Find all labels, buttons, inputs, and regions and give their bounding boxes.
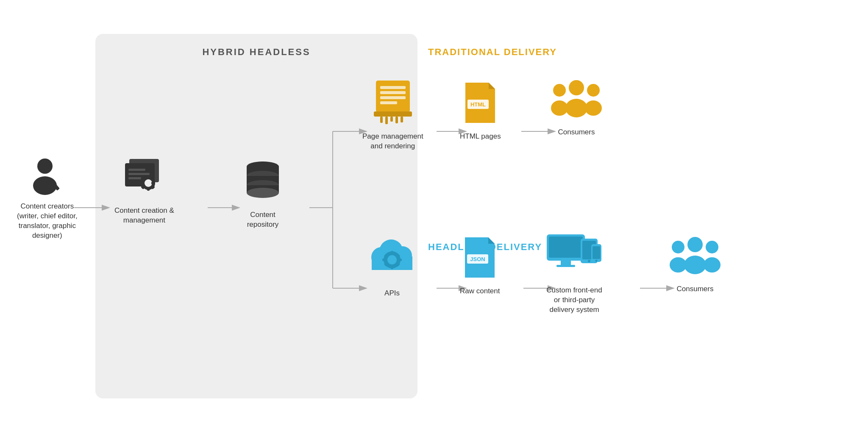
- svg-rect-82: [561, 261, 571, 265]
- apis-node: APIs: [367, 235, 417, 298]
- raw-content-node: JSON Raw content: [460, 237, 500, 296]
- svg-point-89: [595, 260, 598, 262]
- svg-point-58: [569, 80, 584, 95]
- svg-point-38: [247, 188, 279, 198]
- svg-rect-47: [390, 117, 393, 122]
- svg-point-86: [588, 260, 590, 262]
- content-creation-label: Content creation &management: [114, 206, 174, 225]
- svg-point-94: [687, 237, 703, 252]
- consumers-bottom-label: Consumers: [677, 284, 714, 294]
- traditional-delivery-label: TRADITIONAL DELIVERY: [428, 47, 557, 58]
- svg-rect-40: [380, 86, 406, 89]
- svg-rect-27: [151, 182, 155, 184]
- svg-rect-43: [380, 101, 397, 104]
- consumers-top-node: Consumers: [549, 78, 604, 137]
- custom-frontend-node: Custom front-endor third-partydelivery s…: [545, 232, 604, 315]
- page-management-node: Page managementand rendering: [362, 78, 423, 151]
- svg-point-23: [145, 179, 152, 187]
- svg-rect-21: [128, 177, 141, 179]
- svg-point-90: [672, 241, 684, 253]
- svg-rect-67: [391, 251, 393, 255]
- svg-rect-45: [380, 117, 383, 123]
- svg-rect-26: [139, 182, 143, 184]
- svg-rect-25: [147, 187, 150, 191]
- raw-content-icon: JSON: [461, 237, 499, 281]
- svg-rect-46: [385, 117, 388, 124]
- diagram-container: HYBRID HEADLESS TRADITIONAL DELIVERY HEA…: [0, 0, 868, 434]
- consumers-bottom-node: Consumers: [668, 235, 723, 294]
- svg-rect-49: [401, 117, 403, 122]
- svg-point-13: [37, 159, 53, 174]
- svg-point-92: [706, 241, 718, 253]
- content-creators-label: Content creators(writer, chief editor,tr…: [17, 202, 78, 241]
- content-repository-label: Contentrepository: [247, 210, 279, 230]
- content-repository-icon: [242, 159, 284, 205]
- content-creation-node: Content creation &management: [114, 157, 174, 225]
- consumers-top-label: Consumers: [558, 128, 595, 137]
- svg-point-95: [684, 256, 706, 274]
- svg-rect-81: [549, 236, 583, 258]
- consumers-top-icon: [549, 78, 604, 122]
- svg-rect-70: [398, 259, 402, 261]
- html-pages-node: HTML HTML pages: [460, 83, 501, 142]
- raw-content-label: Raw content: [460, 287, 500, 296]
- svg-rect-88: [593, 246, 600, 259]
- svg-rect-69: [382, 259, 386, 261]
- svg-point-56: [587, 84, 600, 97]
- svg-rect-48: [395, 117, 398, 123]
- page-management-label: Page managementand rendering: [362, 132, 423, 151]
- svg-rect-83: [556, 265, 575, 267]
- svg-rect-44: [374, 111, 412, 117]
- svg-rect-19: [128, 169, 145, 171]
- svg-point-59: [565, 99, 587, 117]
- html-pages-icon: HTML: [461, 83, 499, 127]
- svg-rect-41: [380, 91, 406, 94]
- svg-marker-51: [489, 83, 495, 89]
- content-repository-node: Contentrepository: [242, 159, 284, 230]
- apis-icon: [367, 235, 417, 284]
- custom-frontend-icon: [545, 232, 604, 281]
- svg-text:JSON: JSON: [470, 256, 485, 262]
- svg-rect-68: [391, 265, 393, 269]
- content-creators-icon: [28, 157, 66, 197]
- svg-point-54: [553, 84, 566, 97]
- consumers-bottom-icon: [668, 235, 723, 279]
- hybrid-headless-label: HYBRID HEADLESS: [202, 47, 310, 58]
- content-creators-node: Content creators(writer, chief editor,tr…: [17, 157, 78, 241]
- svg-point-75: [389, 256, 395, 263]
- apis-label: APIs: [384, 289, 400, 298]
- custom-frontend-label: Custom front-endor third-partydelivery s…: [546, 286, 602, 315]
- page-management-icon: [370, 78, 416, 127]
- svg-rect-42: [380, 96, 406, 99]
- svg-rect-24: [147, 175, 150, 179]
- content-creation-icon: [121, 157, 167, 201]
- svg-text:HTML: HTML: [470, 101, 486, 108]
- svg-rect-20: [128, 173, 150, 175]
- html-pages-label: HTML pages: [460, 132, 501, 142]
- svg-marker-77: [488, 237, 495, 244]
